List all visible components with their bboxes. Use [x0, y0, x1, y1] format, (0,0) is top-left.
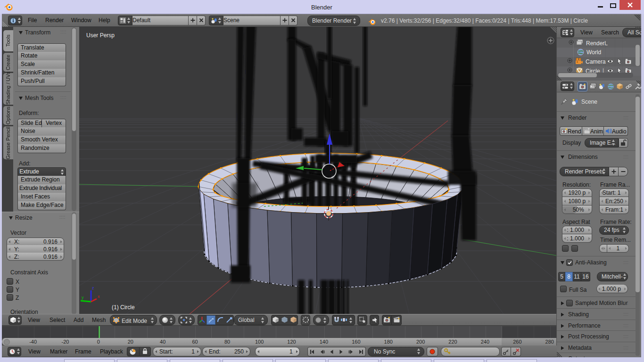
svg-text:z: z: [92, 286, 94, 290]
svg-text:y: y: [82, 295, 84, 300]
svg-text:x: x: [98, 294, 100, 299]
